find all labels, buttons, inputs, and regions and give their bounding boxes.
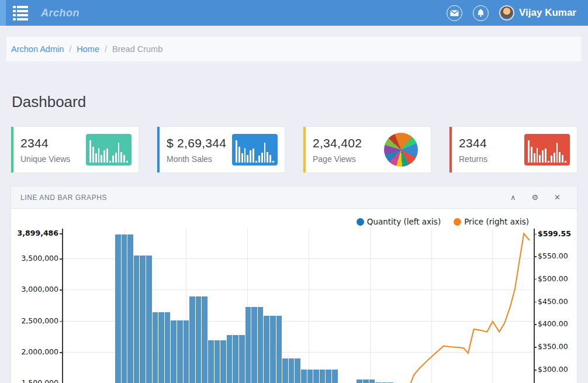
breadcrumb-separator: / <box>105 44 107 54</box>
price-line <box>62 229 534 383</box>
stat-label: Month Sales <box>167 154 232 164</box>
stat-label: Unique Views <box>20 154 86 164</box>
left-axis-tickmark <box>60 289 62 291</box>
stat-value: 2344 <box>459 136 524 150</box>
breadcrumb-link[interactable]: Home <box>77 44 99 54</box>
stat-card: 2,34,402Page Views <box>303 126 431 173</box>
panel-tools: ∧⚙✕ <box>510 194 561 201</box>
stat-card: 2344Returns <box>449 126 577 173</box>
left-axis-tickmark <box>60 233 62 234</box>
breadcrumb-link[interactable]: Archon Admin <box>11 44 64 54</box>
legend-label: Quantity (left axis) <box>367 217 441 226</box>
stat-value: 2,34,402 <box>313 136 384 150</box>
right-axis-tick-label: $450.00 <box>538 297 568 306</box>
stat-label: Returns <box>459 154 524 164</box>
right-axis-tickmark <box>534 324 537 325</box>
left-axis-tick-label: 2,500,000 <box>21 316 58 325</box>
bar-chart-icon <box>232 134 278 165</box>
card-accent-bar <box>157 127 160 172</box>
legend-item: Quantity (left axis) <box>357 217 441 226</box>
plot-area: 3,899,4863,500,0003,000,0002,500,0002,00… <box>62 229 534 383</box>
left-axis-tickmark <box>60 352 62 353</box>
left-axis-tickmark <box>60 258 62 260</box>
right-axis-tick-label: $500.00 <box>538 274 568 283</box>
messages-button[interactable] <box>447 5 462 21</box>
legend-swatch <box>454 218 461 226</box>
right-axis-tick-label: $550.00 <box>538 251 568 260</box>
stat-value: $ 2,69,344 <box>167 136 232 150</box>
left-axis-tick-label: 2,000,000 <box>21 347 58 356</box>
left-axis-tick-label: 3,000,000 <box>21 285 58 294</box>
collapse-button[interactable]: ∧ <box>510 194 516 201</box>
notifications-button[interactable] <box>473 5 489 21</box>
legend-label: Price (right axis) <box>464 217 529 226</box>
left-axis-tick-label: 1,500,000 <box>21 378 58 383</box>
line-bar-chart: Quantity (left axis)Price (right axis) 3… <box>11 209 577 383</box>
right-axis-tickmark <box>534 370 537 371</box>
stat-value: 2344 <box>20 136 86 150</box>
right-axis-tickmark <box>534 234 537 235</box>
legend-item: Price (right axis) <box>454 217 529 226</box>
card-accent-bar <box>449 127 452 172</box>
stat-card: 2344Unique Views <box>11 126 139 173</box>
card-accent-bar <box>303 127 306 172</box>
right-axis-line <box>534 229 535 383</box>
panel-header: LINE AND BAR GRAPHS ∧⚙✕ <box>11 187 577 209</box>
right-axis-tick-label: $350.00 <box>538 342 568 351</box>
right-axis-tickmark <box>534 256 537 257</box>
line-bar-panel: LINE AND BAR GRAPHS ∧⚙✕ Quantity (left a… <box>11 186 577 383</box>
sidebar-edge <box>0 0 6 26</box>
right-axis-tickmark <box>534 347 537 348</box>
brand-title: Archon <box>41 7 79 19</box>
user-avatar[interactable] <box>499 5 514 20</box>
envelope-icon <box>450 10 459 16</box>
chart-legend: Quantity (left axis)Price (right axis) <box>357 217 529 226</box>
right-axis-tick-label: $300.00 <box>538 365 568 374</box>
bell-icon <box>477 9 485 17</box>
breadcrumb-current: Bread Crumb <box>112 44 162 54</box>
bar-chart-icon <box>86 134 132 165</box>
user-name[interactable]: Vijay Kumar <box>519 7 576 19</box>
right-axis-tickmark <box>534 279 537 280</box>
stat-cards-row: 2344Unique Views$ 2,69,344Month Sales2,3… <box>11 126 577 173</box>
right-axis-tick-label: $400.00 <box>538 319 568 328</box>
page-title: Dashboard <box>12 93 86 111</box>
card-accent-bar <box>11 127 13 172</box>
breadcrumb-separator: / <box>69 44 71 54</box>
left-axis-tickmark <box>60 321 62 322</box>
left-axis-tick-label: 3,500,000 <box>21 254 58 263</box>
close-button[interactable]: ✕ <box>554 194 561 201</box>
right-axis-tickmark <box>534 302 537 303</box>
left-axis-line <box>62 229 63 383</box>
left-axis-tick-label: 3,899,486 <box>18 229 58 237</box>
menu-button[interactable] <box>13 5 29 20</box>
pie-chart-icon <box>384 133 418 167</box>
top-header: Archon Vijay Kumar <box>0 0 588 26</box>
bar-chart-icon <box>524 134 570 165</box>
stat-card: $ 2,69,344Month Sales <box>157 126 285 173</box>
list-icon <box>13 6 29 8</box>
legend-swatch <box>357 218 364 226</box>
settings-button[interactable]: ⚙ <box>531 194 538 201</box>
stat-label: Page Views <box>313 154 384 164</box>
panel-title: LINE AND BAR GRAPHS <box>20 194 107 202</box>
right-axis-tick-label: $599.55 <box>538 229 571 238</box>
breadcrumb: Archon Admin/Home/Bread Crumb <box>6 36 582 62</box>
